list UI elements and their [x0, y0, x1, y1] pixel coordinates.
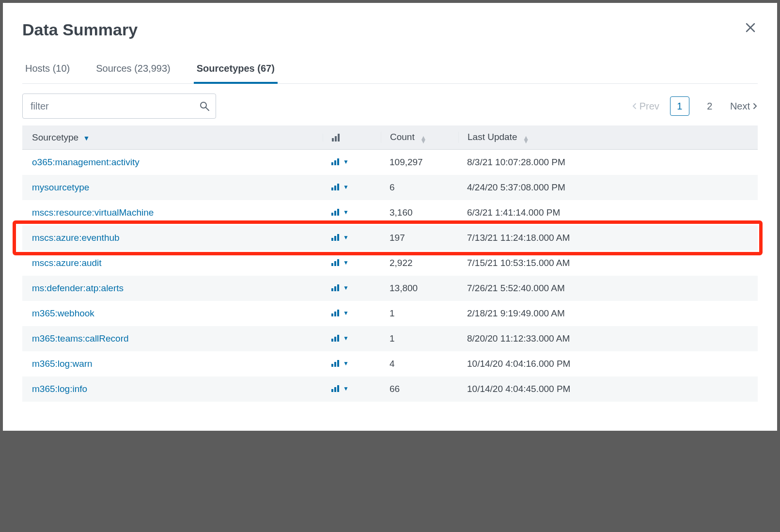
svg-rect-30 [334, 362, 336, 367]
count-value: 197 [390, 233, 405, 243]
table-row: mscs:resource:virtualMachine▼3,1606/3/21… [22, 200, 758, 225]
svg-rect-29 [331, 364, 333, 367]
caret-down-icon: ▼ [343, 259, 349, 266]
count-value: 3,160 [390, 207, 413, 218]
caret-down-icon: ▼ [343, 360, 349, 367]
svg-rect-20 [331, 288, 333, 291]
tab-sourcetypes[interactable]: Sourcetypes (67) [194, 63, 278, 84]
svg-rect-14 [331, 238, 333, 241]
update-value: 6/3/21 1:41:14.000 PM [467, 207, 560, 218]
svg-rect-19 [337, 259, 339, 266]
page-2[interactable]: 2 [700, 96, 719, 116]
count-value: 4 [390, 359, 395, 369]
update-value: 8/20/20 11:12:33.000 AM [467, 333, 570, 344]
svg-rect-34 [337, 385, 339, 392]
count-value: 1 [390, 333, 395, 344]
svg-rect-3 [335, 136, 337, 141]
pager: Prev 1 2 Next [632, 96, 758, 116]
row-chart-dropdown[interactable]: ▼ [331, 259, 349, 266]
row-chart-dropdown[interactable]: ▼ [331, 335, 349, 342]
controls-row: Prev 1 2 Next [22, 94, 758, 119]
bars-icon [332, 134, 381, 141]
tab-hosts[interactable]: Hosts (10) [22, 63, 73, 84]
col-header-count-label: Count [390, 132, 415, 142]
col-header-sourcetype[interactable]: Sourcetype ▼ [22, 132, 323, 143]
row-chart-dropdown[interactable]: ▼ [331, 158, 349, 165]
row-chart-dropdown[interactable]: ▼ [331, 184, 349, 190]
svg-rect-25 [337, 310, 339, 316]
svg-rect-31 [337, 360, 339, 367]
svg-rect-22 [337, 284, 339, 291]
filter-input[interactable] [22, 94, 216, 119]
sourcetype-link[interactable]: mscs:azure:audit [32, 258, 102, 268]
page-1[interactable]: 1 [670, 96, 689, 116]
count-value: 66 [390, 384, 400, 394]
svg-rect-33 [334, 387, 336, 392]
svg-rect-7 [337, 158, 339, 165]
filter-wrap [22, 94, 216, 119]
row-chart-dropdown[interactable]: ▼ [331, 360, 349, 367]
svg-rect-32 [331, 389, 333, 392]
row-chart-dropdown[interactable]: ▼ [331, 284, 349, 291]
svg-rect-27 [334, 337, 336, 342]
svg-line-1 [206, 108, 209, 110]
table-row: mysourcetype▼64/24/20 5:37:08.000 PM [22, 175, 758, 200]
row-chart-dropdown[interactable]: ▼ [331, 310, 349, 316]
svg-rect-26 [331, 339, 333, 342]
sourcetype-link[interactable]: mscs:resource:virtualMachine [32, 207, 154, 218]
page-title: Data Summary [22, 20, 138, 39]
sourcetype-link[interactable]: m365:teams:callRecord [32, 333, 129, 344]
tab-sources[interactable]: Sources (23,993) [93, 63, 173, 84]
close-icon [745, 22, 756, 33]
sourcetype-link[interactable]: m365:log:warn [32, 359, 93, 369]
update-value: 7/13/21 11:24:18.000 AM [467, 233, 570, 243]
sort-both-icon: ▲▼ [523, 136, 530, 143]
count-value: 2,922 [390, 258, 413, 268]
caret-down-icon: ▼ [343, 234, 349, 241]
sort-both-icon: ▲▼ [420, 136, 427, 143]
data-summary-dialog: Data Summary Hosts (10) Sources (23,993)… [3, 3, 777, 431]
col-header-count[interactable]: Count ▲▼ [381, 132, 458, 143]
svg-rect-12 [334, 211, 336, 216]
search-icon[interactable] [200, 101, 209, 111]
svg-rect-28 [337, 335, 339, 342]
table-row: m365:teams:callRecord▼18/20/20 11:12:33.… [22, 326, 758, 351]
title-row: Data Summary [22, 20, 758, 39]
table-row: o365:management:activity▼109,2978/3/21 1… [22, 150, 758, 175]
pager-next[interactable]: Next [730, 101, 758, 112]
row-chart-dropdown[interactable]: ▼ [331, 234, 349, 241]
row-chart-dropdown[interactable]: ▼ [331, 209, 349, 216]
sourcetype-link[interactable]: mscs:azure:eventhub [32, 233, 120, 243]
col-header-chart[interactable] [323, 134, 381, 141]
count-value: 109,297 [390, 157, 423, 167]
sourcetype-link[interactable]: m365:log:info [32, 384, 87, 394]
pager-prev-label: Prev [640, 101, 659, 112]
caret-down-icon: ▼ [343, 209, 349, 216]
table-row: ms:defender:atp:alerts▼13,8007/26/21 5:5… [22, 276, 758, 301]
svg-point-0 [201, 102, 206, 108]
sort-caret-down-icon: ▼ [83, 134, 90, 142]
sourcetype-link[interactable]: mysourcetype [32, 182, 89, 192]
row-chart-dropdown[interactable]: ▼ [331, 385, 349, 392]
pager-prev: Prev [632, 101, 659, 112]
svg-rect-24 [334, 312, 336, 316]
svg-rect-5 [331, 162, 333, 165]
count-value: 13,800 [390, 283, 418, 293]
update-value: 10/14/20 4:04:16.000 PM [467, 359, 570, 369]
col-header-update[interactable]: Last Update ▲▼ [458, 132, 758, 143]
chevron-left-icon [632, 103, 637, 110]
table-row: m365:log:warn▼410/14/20 4:04:16.000 PM [22, 351, 758, 376]
caret-down-icon: ▼ [343, 184, 349, 190]
svg-rect-4 [338, 134, 340, 141]
sourcetype-link[interactable]: ms:defender:atp:alerts [32, 283, 124, 293]
count-value: 6 [390, 182, 395, 192]
table-row: mscs:azure:audit▼2,9227/15/21 10:53:15.0… [22, 250, 758, 276]
svg-rect-11 [331, 213, 333, 216]
update-value: 10/14/20 4:04:45.000 PM [467, 384, 570, 394]
sourcetype-link[interactable]: o365:management:activity [32, 157, 140, 167]
svg-rect-18 [334, 261, 336, 266]
caret-down-icon: ▼ [343, 385, 349, 392]
update-value: 8/3/21 10:07:28.000 PM [467, 157, 565, 167]
close-button[interactable] [743, 20, 758, 35]
sourcetype-link[interactable]: m365:webhook [32, 308, 94, 318]
